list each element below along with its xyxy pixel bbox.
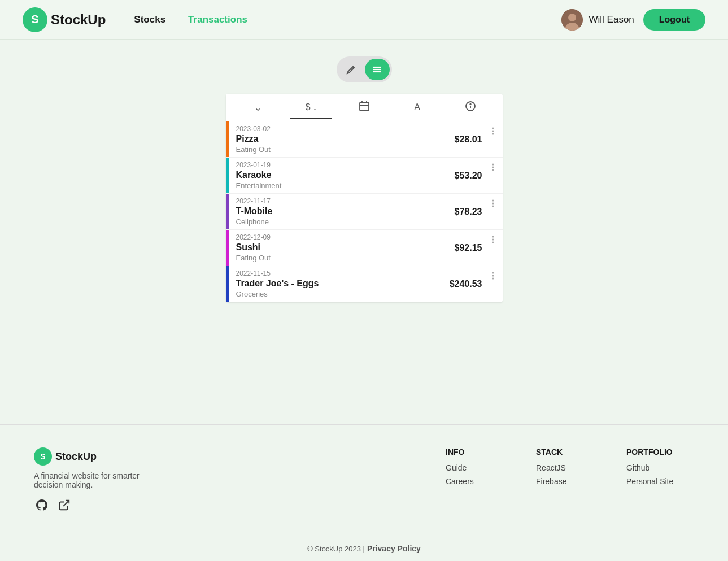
row-content: 2023-03-02 Pizza Eating Out	[229, 121, 455, 157]
footer-logo: S StockUp	[34, 447, 423, 466]
svg-point-18	[492, 169, 494, 171]
svg-line-28	[63, 501, 69, 506]
svg-point-17	[492, 167, 494, 168]
nav-transactions[interactable]: Transactions	[188, 14, 247, 25]
filter-name[interactable]: A	[391, 95, 444, 119]
footer-stack-title: STACK	[536, 447, 604, 456]
footer-guide-link[interactable]: Guide	[446, 463, 513, 472]
footer-reactjs-link[interactable]: ReactJS	[536, 463, 604, 472]
user-name: Will Eason	[588, 14, 634, 25]
filter-amount[interactable]: $ ↓	[285, 95, 338, 119]
row-amount: $78.23	[455, 194, 488, 229]
row-category: Groceries	[236, 290, 444, 298]
footer-portfolio-col: PORTFOLIO Github Personal Site	[626, 447, 694, 513]
row-amount: $53.20	[455, 158, 488, 193]
svg-rect-6	[360, 102, 369, 111]
footer: S StockUp A financial website for smarte…	[0, 424, 728, 561]
row-menu-button[interactable]	[488, 230, 503, 266]
row-menu-button[interactable]	[488, 158, 503, 193]
row-date: 2022-12-09	[236, 233, 449, 241]
svg-point-22	[492, 236, 494, 238]
row-date: 2023-03-02	[236, 125, 449, 133]
svg-point-24	[492, 242, 494, 243]
svg-point-12	[470, 104, 471, 105]
row-date: 2023-01-19	[236, 161, 449, 169]
row-menu-button[interactable]	[488, 266, 503, 302]
row-amount: $28.01	[455, 121, 488, 157]
footer-bottom: © StockUp 2023 | Privacy Policy	[0, 536, 728, 561]
filter-sort[interactable]: ⌄	[232, 95, 285, 120]
view-toggle	[337, 56, 392, 82]
privacy-policy-link[interactable]: Privacy Policy	[367, 544, 421, 553]
external-link-icon[interactable]	[56, 497, 72, 513]
row-name: Pizza	[236, 134, 449, 144]
row-menu-button[interactable]	[488, 194, 503, 229]
filter-tabs: ⌄ $ ↓ A	[226, 94, 503, 121]
table-row: 2022-12-09 Sushi Eating Out $92.15	[226, 230, 503, 266]
filter-date[interactable]	[338, 94, 391, 121]
svg-point-1	[568, 14, 576, 21]
row-date: 2022-11-17	[236, 197, 449, 205]
main-nav: Stocks Transactions	[134, 14, 247, 25]
list-view-button[interactable]	[365, 59, 390, 80]
transactions-list: 2023-03-02 Pizza Eating Out $28.01 2023-…	[226, 121, 503, 302]
avatar	[561, 9, 583, 31]
svg-point-20	[492, 203, 494, 205]
table-row: 2023-01-19 Karaoke Entertainment $53.20	[226, 158, 503, 194]
table-row: 2022-11-15 Trader Joe's - Eggs Groceries…	[226, 266, 503, 302]
info-icon	[465, 101, 476, 112]
calendar-icon	[359, 101, 370, 112]
svg-point-13	[492, 128, 494, 129]
row-date: 2022-11-15	[236, 269, 444, 277]
footer-logo-icon: S	[34, 447, 52, 466]
footer-careers-link[interactable]: Careers	[446, 477, 513, 486]
svg-point-27	[492, 278, 494, 280]
footer-brand: S StockUp A financial website for smarte…	[34, 447, 423, 513]
main-content: ⌄ $ ↓ A	[0, 40, 728, 424]
user-area: Will Eason	[561, 9, 634, 31]
logout-button[interactable]: Logout	[643, 9, 705, 31]
footer-stack-col: STACK ReactJS Firebase	[536, 447, 604, 513]
row-content: 2023-01-19 Karaoke Entertainment	[229, 158, 455, 193]
svg-point-15	[492, 133, 494, 135]
header-right: Will Eason Logout	[561, 9, 705, 31]
filter-info[interactable]	[444, 94, 497, 121]
footer-top: S StockUp A financial website for smarte…	[0, 425, 728, 536]
nav-stocks[interactable]: Stocks	[134, 14, 165, 25]
row-name: Trader Joe's - Eggs	[236, 279, 444, 289]
footer-icons	[34, 497, 423, 513]
row-name: Sushi	[236, 242, 449, 253]
svg-point-26	[492, 275, 494, 277]
row-amount: $240.53	[450, 266, 488, 302]
svg-point-14	[492, 131, 494, 132]
svg-point-21	[492, 206, 494, 207]
copyright-text: © StockUp 2023 |	[307, 545, 365, 553]
row-content: 2022-11-17 T-Mobile Cellphone	[229, 194, 455, 229]
svg-point-16	[492, 164, 494, 166]
transactions-container: ⌄ $ ↓ A	[226, 94, 503, 302]
table-row: 2022-11-17 T-Mobile Cellphone $78.23	[226, 194, 503, 230]
row-content: 2022-11-15 Trader Joe's - Eggs Groceries	[229, 266, 450, 302]
edit-view-button[interactable]	[339, 59, 364, 80]
row-category: Eating Out	[236, 254, 449, 262]
row-category: Cellphone	[236, 218, 449, 226]
row-category: Eating Out	[236, 145, 449, 154]
footer-tagline: A financial website for smarter decision…	[34, 471, 158, 489]
footer-logo-text: StockUp	[55, 451, 97, 463]
row-name: Karaoke	[236, 170, 449, 180]
logo-text: StockUp	[51, 12, 106, 28]
footer-github-link[interactable]: Github	[626, 463, 694, 472]
github-icon[interactable]	[34, 497, 50, 513]
row-menu-button[interactable]	[488, 121, 503, 157]
footer-info-col: INFO Guide Careers	[446, 447, 513, 513]
row-name: T-Mobile	[236, 206, 449, 216]
row-amount: $92.15	[455, 230, 488, 266]
footer-firebase-link[interactable]: Firebase	[536, 477, 604, 486]
svg-point-23	[492, 239, 494, 241]
logo[interactable]: S StockUp	[23, 7, 106, 32]
table-row: 2023-03-02 Pizza Eating Out $28.01	[226, 121, 503, 158]
logo-icon: S	[23, 7, 47, 32]
svg-point-25	[492, 272, 494, 274]
footer-personal-site-link[interactable]: Personal Site	[626, 477, 694, 486]
svg-point-19	[492, 200, 494, 202]
